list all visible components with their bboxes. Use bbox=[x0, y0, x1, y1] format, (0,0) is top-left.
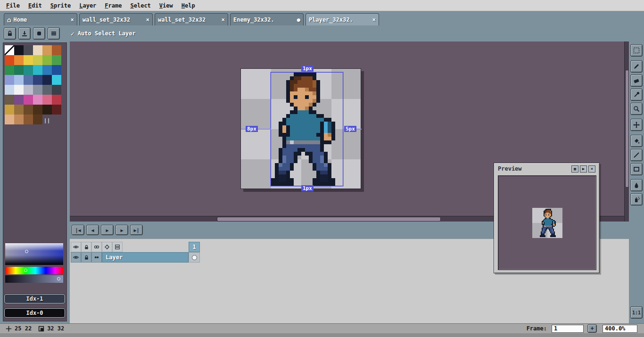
close-icon[interactable]: × bbox=[71, 16, 74, 23]
close-icon[interactable]: × bbox=[222, 16, 225, 23]
color-picker-cursor[interactable] bbox=[25, 250, 28, 253]
one-to-one-zoom-button[interactable]: 1:1 bbox=[630, 306, 643, 319]
previous-frame-button[interactable]: ◀ bbox=[86, 225, 99, 235]
palette-swatch[interactable] bbox=[5, 65, 14, 75]
color-picker-area[interactable] bbox=[5, 243, 63, 265]
menu-frame[interactable]: Frame bbox=[100, 0, 126, 11]
rectangle-tool[interactable] bbox=[630, 163, 643, 175]
palette-swatch[interactable] bbox=[5, 115, 14, 124]
palette-swatch[interactable] bbox=[5, 45, 14, 55]
layer-continuous-toggle[interactable] bbox=[91, 252, 102, 263]
vertical-scrollbar[interactable] bbox=[624, 41, 629, 222]
tab-player[interactable]: Player_32x32. × bbox=[305, 13, 379, 25]
menu-layer[interactable]: Layer bbox=[75, 0, 100, 11]
frame-number-input[interactable] bbox=[552, 325, 584, 333]
hue-cursor[interactable] bbox=[24, 269, 27, 272]
palette-swatch[interactable] bbox=[24, 85, 33, 95]
palette-swatch[interactable] bbox=[5, 105, 14, 115]
timeline-options[interactable] bbox=[112, 242, 123, 252]
vertical-scrollbar-thumb[interactable] bbox=[625, 70, 629, 188]
palette-swatch[interactable] bbox=[33, 65, 42, 75]
pencil-tool[interactable] bbox=[630, 60, 643, 73]
hue-slider[interactable] bbox=[5, 267, 63, 274]
palette-swatch[interactable] bbox=[33, 115, 42, 124]
preview-titlebar[interactable]: Preview ▣ ▶ × bbox=[495, 164, 598, 173]
palette-swatch[interactable] bbox=[42, 105, 52, 115]
palette-swatch[interactable] bbox=[42, 45, 52, 55]
foreground-index-button[interactable]: Idx-1 bbox=[4, 294, 65, 304]
document-canvas[interactable]: 1px 8px 5px 1px bbox=[240, 68, 361, 189]
palette-swatch[interactable] bbox=[33, 105, 42, 115]
palette-swatch[interactable] bbox=[52, 45, 61, 55]
palette-swatch[interactable] bbox=[5, 85, 14, 95]
palette-swatch[interactable] bbox=[5, 75, 14, 85]
value-slider[interactable] bbox=[5, 275, 63, 283]
menu-sprite[interactable]: Sprite bbox=[46, 0, 75, 11]
tool-lock-button[interactable] bbox=[4, 27, 16, 40]
zoom-tool[interactable] bbox=[630, 103, 643, 115]
link-cels-toggle[interactable] bbox=[102, 242, 112, 252]
onion-skin-toggle[interactable] bbox=[91, 242, 102, 252]
play-button[interactable]: ▶ bbox=[101, 225, 114, 235]
next-frame-button[interactable]: ▶ bbox=[116, 225, 128, 235]
palette-swatch[interactable] bbox=[52, 75, 61, 85]
palette-swatch[interactable] bbox=[52, 65, 61, 75]
close-icon[interactable]: × bbox=[372, 16, 376, 23]
preview-play-button[interactable]: ▶ bbox=[580, 165, 587, 173]
palette-swatch[interactable] bbox=[24, 105, 33, 115]
palette-swatch[interactable] bbox=[52, 105, 61, 115]
palette-swatch[interactable] bbox=[24, 95, 33, 105]
horizontal-scrollbar-thumb[interactable] bbox=[217, 217, 441, 222]
palette-swatch[interactable] bbox=[24, 75, 33, 85]
palette-swatch[interactable] bbox=[5, 55, 14, 65]
palette-swatch[interactable] bbox=[42, 75, 52, 85]
palette-swatch[interactable] bbox=[33, 75, 42, 85]
rectangular-marquee-tool[interactable] bbox=[630, 44, 643, 57]
brush-shape-button[interactable] bbox=[33, 27, 45, 40]
palette-swatch[interactable] bbox=[24, 65, 33, 75]
palette-swatch[interactable] bbox=[52, 95, 61, 105]
palette-swatch[interactable] bbox=[14, 85, 24, 95]
palette-swatch[interactable] bbox=[14, 65, 24, 75]
line-tool[interactable] bbox=[630, 149, 643, 161]
palette-swatch[interactable] bbox=[14, 95, 24, 105]
palette-swatch[interactable] bbox=[42, 55, 52, 65]
first-frame-button[interactable]: |◀ bbox=[72, 225, 84, 235]
eyedropper-tool[interactable] bbox=[630, 89, 643, 101]
frame-number-header[interactable]: 1 bbox=[189, 242, 200, 252]
palette-swatch[interactable] bbox=[42, 65, 52, 75]
move-tool[interactable] bbox=[630, 119, 643, 131]
palette-swatch[interactable] bbox=[24, 55, 33, 65]
frame-1-cel[interactable] bbox=[189, 252, 200, 263]
palette-swatch[interactable] bbox=[5, 95, 14, 105]
tab-wall-set-2[interactable]: wall_set_32x32 × bbox=[155, 13, 228, 25]
toggle-all-visibility[interactable] bbox=[71, 242, 81, 252]
layer-visibility-toggle[interactable] bbox=[71, 252, 81, 263]
menu-view[interactable]: View bbox=[155, 0, 177, 11]
paint-bucket-tool[interactable] bbox=[630, 135, 643, 147]
add-frame-button[interactable]: + bbox=[587, 324, 597, 333]
palette-swatch[interactable] bbox=[33, 85, 42, 95]
layer-row[interactable]: Layer bbox=[102, 252, 189, 263]
options-menu-button[interactable] bbox=[48, 27, 60, 40]
palette-swatch[interactable] bbox=[33, 95, 42, 105]
menu-edit[interactable]: Edit bbox=[24, 0, 46, 11]
selection-rectangle[interactable] bbox=[271, 72, 343, 186]
tab-home[interactable]: ⌂ Home × bbox=[4, 13, 77, 25]
layer-lock-toggle[interactable] bbox=[81, 252, 91, 263]
preview-close-button[interactable]: × bbox=[588, 165, 595, 173]
palette-swatch[interactable] bbox=[33, 45, 42, 55]
value-cursor[interactable] bbox=[57, 277, 60, 280]
palette-swatch[interactable] bbox=[24, 115, 33, 124]
toggle-all-lock[interactable] bbox=[81, 242, 91, 252]
palette-swatch[interactable] bbox=[52, 85, 61, 95]
auto-select-layer-checkbox[interactable]: ✓ Auto Select Layer bbox=[71, 30, 136, 37]
menu-select[interactable]: Select bbox=[126, 0, 155, 11]
palette-swatch[interactable] bbox=[52, 55, 61, 65]
palette-swatch[interactable] bbox=[33, 55, 42, 65]
spray-tool[interactable] bbox=[630, 193, 643, 205]
tab-enemy[interactable]: Enemy_32x32. ● bbox=[230, 13, 304, 25]
palette-swatch[interactable] bbox=[14, 75, 24, 85]
preview-canvas[interactable] bbox=[498, 175, 596, 270]
preview-center-button[interactable]: ▣ bbox=[571, 165, 578, 173]
